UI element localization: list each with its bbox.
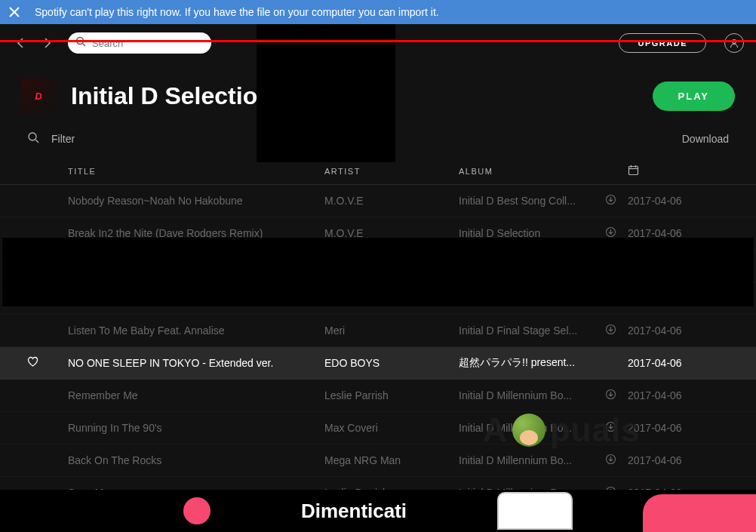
download-icon[interactable] [605,195,616,208]
col-artist[interactable]: ARTIST [324,167,459,176]
annotation-red-line [0,40,756,42]
col-title[interactable]: TITLE [68,167,324,176]
watermark: A puals [483,411,641,449]
track-date: 2017-04-06 [628,389,729,401]
redaction-box-mid [2,238,754,306]
filter-input[interactable]: Filter [51,133,75,145]
track-date: 2017-04-06 [628,454,729,466]
track-artist: Meri [324,324,459,337]
play-button[interactable]: PLAY [653,81,735,111]
notification-bar: Spotify can't play this right now. If yo… [0,0,756,24]
track-row[interactable]: Running In The 90'sMax CoveriInitial D M… [0,412,756,444]
track-artist: Leslie Parrish [324,389,459,401]
profile-icon[interactable] [724,33,744,53]
track-artist: EDO BOYS [324,357,459,369]
filter-icon [27,131,51,146]
playlist-art[interactable]: D [21,78,56,113]
track-album: Initial D Millennium Bo... [459,389,605,401]
promo-pill-icon [643,494,756,532]
promo-text: Dimenticati [301,500,407,523]
search-box[interactable] [68,32,211,54]
track-title: Listen To Me Baby Feat. Annalise [68,324,324,337]
upgrade-button[interactable]: UPGRADE [619,33,706,53]
track-album: Initial D Best Song Coll... [459,195,605,207]
download-icon[interactable] [605,455,616,467]
promo-blob-icon [183,497,211,524]
download-icon[interactable] [605,325,616,337]
track-album: Initial D Final Stage Sel... [459,324,605,337]
close-icon[interactable] [8,5,21,19]
notification-message: Spotify can't play this right now. If yo… [35,6,439,18]
track-artist: Mega NRG Man [324,454,459,466]
svg-line-3 [83,44,86,47]
nav-forward-icon[interactable] [38,34,56,52]
track-title: NO ONE SLEEP IN TOKYO - Extended ver. [68,357,324,369]
track-title: Remember Me [68,389,324,401]
search-input[interactable] [92,38,219,49]
track-date: 2017-04-06 [628,324,729,337]
nav-back-icon[interactable] [12,34,30,52]
track-row[interactable]: Nobody Reason~Noah No HakobuneM.O.V.EIni… [0,185,756,217]
track-row[interactable]: Remember MeLeslie ParrishInitial D Mille… [0,380,756,412]
playlist-title: Initial D Selection [71,82,272,110]
heart-icon[interactable] [27,358,38,370]
search-icon [75,36,86,50]
download-toggle-label[interactable]: Download [682,133,729,145]
watermark-avatar-icon [512,414,545,447]
track-album: Initial D Millennium Bo... [459,454,605,466]
track-row[interactable]: Listen To Me Baby Feat. AnnaliseMeriInit… [0,315,756,347]
track-date: 2017-04-06 [628,195,729,207]
track-artist: M.O.V.E [324,195,459,207]
track-album: 超然パラパラ!! present... [459,356,605,370]
track-date: 2017-04-06 [628,422,729,434]
track-row[interactable]: NO ONE SLEEP IN TOKYO - Extended ver.EDO… [0,347,756,380]
download-icon[interactable] [605,390,616,402]
track-table: TITLE ARTIST ALBUM Nobody Reason~Noah No… [0,158,756,509]
redaction-box-top [257,24,395,162]
col-date-icon[interactable] [628,165,729,177]
col-album[interactable]: ALBUM [459,167,605,176]
svg-rect-7 [629,167,638,175]
track-title: Back On The Rocks [68,454,324,466]
track-date: 2017-04-06 [628,357,729,369]
svg-point-5 [29,133,36,140]
bottom-promo: Dimenticati [0,490,756,532]
promo-phone-icon [497,492,573,530]
track-row[interactable]: Back On The RocksMega NRG ManInitial D M… [0,444,756,477]
track-title: Nobody Reason~Noah No Hakobune [68,195,324,207]
svg-line-6 [35,140,38,143]
track-title: Running In The 90's [68,422,324,434]
track-artist: Max Coveri [324,422,459,434]
